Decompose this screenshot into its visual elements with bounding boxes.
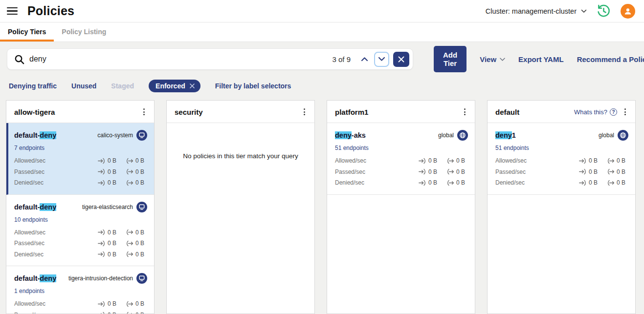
search-next-button[interactable] [374, 52, 389, 67]
policy-card[interactable]: deny1global51 endpointsAllowed/sec0 B0 B… [488, 123, 635, 195]
traffic-in-icon [98, 180, 106, 186]
filter-unused[interactable]: Unused [71, 82, 96, 90]
policy-name: default-deny [14, 203, 56, 211]
metric-outbound-value: 0 B [617, 157, 628, 164]
metric-outbound-value: 0 B [135, 157, 147, 164]
policy-card[interactable]: default-denytigera-intrusion-detection1 … [6, 266, 154, 314]
tier-board: allow-tigeradefault-denycalico-system7 e… [6, 100, 636, 314]
tier-column-allow-tigera: allow-tigeradefault-denycalico-system7 e… [6, 100, 155, 314]
metric-row: Allowed/sec0 B0 B [14, 227, 147, 238]
policy-name: default-deny [14, 131, 56, 139]
traffic-in-icon [419, 158, 426, 164]
traffic-in-icon [419, 180, 426, 186]
metric-label: Denied/sec [14, 251, 98, 258]
traffic-in-icon [98, 229, 106, 235]
metric-row: Passed/sec0 B0 B [14, 310, 147, 314]
metric-label: Denied/sec [335, 179, 419, 186]
endpoints-link[interactable]: 10 endpoints [14, 216, 48, 223]
tier-menu-kebab-icon[interactable] [622, 107, 628, 117]
metric-label: Passed/sec [495, 168, 579, 175]
metric-inbound-value: 0 B [589, 157, 600, 164]
search-highlight: deny [335, 131, 352, 139]
tier-name: platform1 [335, 108, 368, 116]
endpoints-link[interactable]: 1 endpoints [14, 288, 44, 294]
traffic-in-icon [579, 168, 587, 175]
metric-inbound-value: 0 B [589, 168, 600, 175]
filter-staged[interactable]: Staged [111, 82, 134, 90]
search-clear-button[interactable] [393, 52, 409, 67]
policy-scope-label: tigera-intrusion-detection [68, 275, 133, 282]
namespace-icon [136, 202, 147, 212]
endpoints-link[interactable]: 51 endpoints [495, 145, 529, 151]
history-icon[interactable] [597, 4, 611, 18]
tier-column-security: securityNo policies in this tier match y… [166, 100, 315, 314]
policy-name: deny-aks [335, 131, 366, 139]
tier-menu-kebab-icon[interactable] [141, 107, 147, 117]
header-right: Cluster: management-cluster [486, 4, 635, 19]
metric-inbound: 0 B [98, 300, 119, 307]
whats-this-link[interactable]: Whats this?? [574, 108, 617, 116]
metric-inbound-value: 0 B [108, 251, 119, 258]
metric-inbound: 0 B [98, 240, 119, 247]
traffic-out-icon [446, 158, 454, 164]
chevron-down-icon [581, 9, 587, 13]
close-icon[interactable] [189, 83, 195, 89]
traffic-out-icon [126, 312, 133, 314]
metric-inbound: 0 B [419, 168, 440, 175]
metric-outbound: 0 B [446, 157, 468, 164]
metric-inbound-value: 0 B [108, 312, 119, 314]
view-dropdown-label: View [480, 55, 496, 63]
chevron-down-icon [378, 57, 385, 62]
recommend-policy-button[interactable]: Recommend a Policy [577, 55, 644, 63]
filter-label-selectors[interactable]: Filter by label selectors [215, 82, 291, 90]
add-tier-button[interactable]: Add Tier [434, 46, 466, 72]
policy-scope: global [599, 130, 628, 141]
metric-inbound: 0 B [98, 168, 119, 175]
whats-this-label: Whats this? [574, 108, 607, 116]
policy-name: deny1 [495, 131, 516, 139]
traffic-in-icon [98, 240, 106, 247]
traffic-out-icon [126, 158, 133, 164]
metric-outbound-value: 0 B [135, 300, 147, 307]
export-yaml-button[interactable]: Export YAML [518, 55, 564, 63]
metric-outbound-value: 0 B [135, 240, 147, 247]
endpoints-link[interactable]: 7 endpoints [14, 145, 44, 151]
toolbar: 3 of 9 Add Tier View Export YAML Rec [7, 46, 636, 72]
metric-inbound: 0 B [98, 251, 119, 258]
metric-inbound-value: 0 B [108, 300, 119, 307]
tier-menu-kebab-icon[interactable] [462, 107, 468, 117]
search-prev-button[interactable] [357, 52, 371, 66]
view-dropdown[interactable]: View [480, 55, 505, 63]
filter-denying-traffic[interactable]: Denying traffic [9, 82, 57, 90]
user-avatar[interactable] [621, 4, 635, 19]
metric-outbound: 0 B [126, 168, 147, 175]
tier-menu-kebab-icon[interactable] [301, 107, 308, 117]
tab-policy-tiers[interactable]: Policy Tiers [0, 22, 54, 42]
tier-header: allow-tigera [6, 101, 154, 123]
search-highlight: deny [40, 131, 56, 139]
policy-card[interactable]: default-denycalico-system7 endpointsAllo… [6, 123, 154, 195]
traffic-in-icon [579, 158, 587, 164]
metric-row: Denied/sec0 B0 B [495, 177, 628, 188]
traffic-in-icon [98, 312, 106, 314]
metric-inbound: 0 B [579, 179, 600, 186]
hamburger-menu-icon[interactable] [7, 7, 18, 15]
policy-card-top: deny-aksglobal [335, 130, 468, 141]
endpoints-link[interactable]: 51 endpoints [335, 145, 369, 151]
policy-name-part: default- [14, 203, 40, 211]
metric-outbound-value: 0 B [135, 251, 147, 258]
app-header: Policies Cluster: management-cluster [0, 0, 644, 22]
search-input[interactable] [29, 55, 332, 63]
metric-row: Denied/sec0 B0 B [14, 177, 147, 188]
metric-outbound: 0 B [607, 168, 628, 175]
namespace-icon [136, 273, 147, 284]
tab-policy-listing[interactable]: Policy Listing [54, 22, 114, 42]
traffic-out-icon [607, 168, 615, 175]
cluster-selector[interactable]: Cluster: management-cluster [486, 7, 587, 15]
metric-row: Denied/sec0 B0 B [14, 249, 147, 260]
filter-chip-enforced[interactable]: Enforced [149, 80, 200, 92]
traffic-in-icon [98, 168, 106, 175]
policy-card[interactable]: deny-aksglobal51 endpointsAllowed/sec0 B… [327, 123, 475, 195]
metric-label: Allowed/sec [14, 157, 98, 164]
policy-card[interactable]: default-denytigera-elasticsearch10 endpo… [6, 195, 154, 267]
